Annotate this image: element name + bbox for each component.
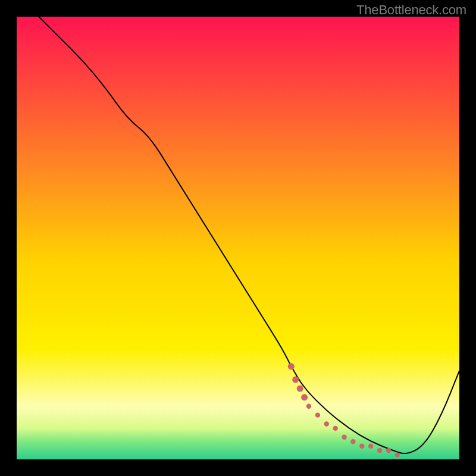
highlight-dot (359, 444, 364, 449)
highlight-dot (324, 421, 329, 426)
highlight-dot (315, 412, 320, 417)
highlight-dot (333, 426, 338, 431)
highlight-dot (395, 452, 400, 457)
highlight-dot (342, 435, 346, 440)
chart-wrapper: TheBottleneck.com (0, 0, 476, 476)
chart-svg (17, 17, 459, 459)
highlight-dot (301, 394, 308, 400)
highlight-dot (297, 386, 303, 392)
plot-area (17, 17, 459, 459)
gradient-background (17, 17, 459, 459)
highlight-dot (386, 448, 391, 453)
highlight-dot (368, 444, 373, 449)
highlight-dot (350, 439, 355, 444)
attribution-text: TheBottleneck.com (356, 2, 466, 18)
highlight-dot (306, 404, 311, 409)
highlight-dot (292, 377, 299, 383)
highlight-dot (288, 363, 295, 369)
highlight-dot (377, 448, 382, 453)
